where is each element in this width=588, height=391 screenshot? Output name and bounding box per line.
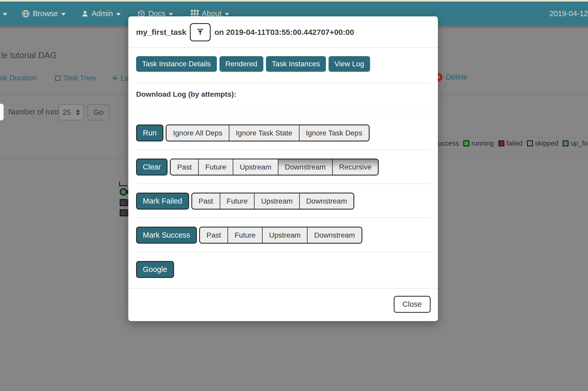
mark-failed-future-toggle[interactable]: Future	[220, 193, 254, 209]
legend-swatch-skipped	[527, 140, 533, 146]
tab-label: sk Duration	[0, 74, 37, 82]
delete-label: Delete	[446, 73, 467, 81]
mark-failed-button[interactable]: Mark Failed	[136, 193, 189, 210]
clear-recursive-toggle[interactable]: Recursive	[332, 159, 378, 175]
view-log-button[interactable]: View Log	[329, 56, 370, 72]
go-button[interactable]: Go	[88, 104, 109, 120]
legend-swatch-running	[463, 140, 469, 146]
filter-icon	[196, 29, 204, 36]
task-instance-square[interactable]	[120, 199, 127, 206]
legend-swatch-failed	[498, 140, 504, 146]
run-options-group: Ignore All Deps Ignore Task State Ignore…	[166, 125, 370, 141]
divider	[136, 107, 430, 108]
tab-label: Task Tries	[63, 74, 96, 82]
google-button[interactable]: Google	[136, 261, 174, 278]
nav-label-browse: Browse	[33, 9, 58, 18]
tab-landing-times[interactable]: ✈ La	[112, 74, 129, 83]
tab-task-tries[interactable]: Task Tries	[55, 74, 96, 82]
chevron-down-icon	[169, 13, 173, 16]
rendered-button[interactable]: Rendered	[219, 56, 263, 72]
legend-label: uccess	[438, 139, 459, 147]
chevron-down-icon	[61, 13, 66, 16]
chevron-down-icon	[116, 13, 121, 16]
clear-future-toggle[interactable]: Future	[198, 159, 233, 175]
google-row: Google	[136, 261, 430, 278]
legend-label: failed	[506, 139, 523, 147]
ignore-task-deps-toggle[interactable]: Ignore Task Deps	[299, 125, 369, 141]
task-instances-button[interactable]: Task Instances	[266, 56, 326, 72]
modal-title-task: my_first_task	[136, 28, 186, 37]
dag-run-circle[interactable]	[120, 188, 127, 196]
clear-button[interactable]: Clear	[136, 159, 168, 175]
nav-label-admin: Admin	[92, 9, 113, 18]
number-of-runs-label: Number of runs:	[8, 108, 62, 116]
navbar-date: 2019-04-12,	[550, 9, 588, 18]
clear-options-group: Past Future Upstream Downstream Recursiv…	[170, 159, 379, 175]
mark-success-future-toggle[interactable]: Future	[228, 227, 262, 243]
legend-label: skipped	[535, 139, 558, 147]
task-instance-details-button[interactable]: Task Instance Details	[136, 56, 217, 72]
modal-nav-buttons: Task Instance Details Rendered Task Inst…	[136, 56, 430, 72]
divider	[136, 83, 430, 83]
modal-footer: Close	[128, 288, 438, 321]
legend-item-running: running	[463, 139, 494, 147]
user-icon	[81, 10, 89, 17]
mark-failed-downstream-toggle[interactable]: Downstream	[299, 193, 353, 209]
chevron-down-icon	[225, 13, 229, 16]
ignore-task-state-toggle[interactable]: Ignore Task State	[229, 125, 299, 141]
download-log-label: Download Log (by attempts):	[136, 90, 430, 99]
mark-failed-past-toggle[interactable]: Past	[192, 193, 220, 209]
legend-item-up-for-reschedule: up_for_resche	[563, 139, 588, 147]
divider	[136, 252, 430, 252]
dag-subtitle: le tutorial DAG	[1, 50, 57, 60]
legend-item-success: uccess	[438, 139, 459, 147]
task-instance-modal: my_first_task on 2019-04-11T03:55:00.442…	[128, 16, 438, 321]
divider	[136, 149, 430, 150]
run-row: Run Ignore All Deps Ignore Task State Ig…	[136, 125, 430, 141]
tree-connector-line	[119, 185, 128, 186]
select-spinner-icon	[76, 109, 80, 115]
delete-dag-link[interactable]: ✕ Delete	[434, 73, 467, 81]
mark-success-row: Mark Success Past Future Upstream Downst…	[136, 227, 430, 244]
mark-failed-row: Mark Failed Past Future Upstream Downstr…	[136, 193, 430, 210]
tab-task-duration[interactable]: sk Duration	[0, 74, 37, 82]
mark-failed-upstream-toggle[interactable]: Upstream	[254, 193, 299, 209]
clear-downstream-toggle[interactable]: Downstream	[278, 159, 332, 175]
mark-success-button[interactable]: Mark Success	[136, 227, 197, 244]
ignore-all-deps-toggle[interactable]: Ignore All Deps	[166, 125, 229, 141]
modal-title-date: on 2019-04-11T03:55:00.442707+00:00	[214, 28, 354, 37]
square-icon	[55, 75, 61, 81]
nav-overflow-caret-icon[interactable]	[3, 13, 7, 16]
legend-swatch-up-for-reschedule	[563, 140, 569, 146]
divider	[136, 217, 430, 218]
go-label: Go	[93, 108, 104, 117]
mark-success-options-group: Past Future Upstream Downstream	[199, 227, 362, 244]
modal-header: my_first_task on 2019-04-11T03:55:00.442…	[128, 16, 438, 48]
mark-success-past-toggle[interactable]: Past	[200, 227, 228, 243]
divider	[136, 116, 430, 116]
plane-icon: ✈	[112, 74, 118, 83]
status-legend: uccess running failed skipped up_for_res…	[438, 139, 588, 147]
globe-icon	[22, 10, 30, 18]
clear-past-toggle[interactable]: Past	[171, 159, 198, 175]
legend-item-skipped: skipped	[527, 139, 558, 147]
mark-success-upstream-toggle[interactable]: Upstream	[262, 227, 307, 243]
close-button[interactable]: Close	[394, 296, 431, 313]
divider	[136, 184, 430, 184]
mark-success-downstream-toggle[interactable]: Downstream	[307, 227, 361, 243]
legend-item-failed: failed	[498, 139, 523, 147]
runs-count-select[interactable]: 25	[58, 104, 84, 120]
task-instance-square[interactable]	[120, 209, 127, 216]
modal-body: Task Instance Details Rendered Task Inst…	[128, 48, 438, 288]
clear-row: Clear Past Future Upstream Downstream Re…	[136, 159, 430, 175]
runs-count-value: 25	[63, 108, 72, 117]
run-button[interactable]: Run	[136, 125, 163, 141]
legend-label: running	[471, 139, 494, 147]
clear-upstream-toggle[interactable]: Upstream	[233, 159, 278, 175]
nav-item-admin[interactable]: Admin	[81, 9, 121, 18]
tab-label: La	[121, 74, 129, 83]
legend-label: up_for_resche	[571, 139, 588, 147]
cropped-left-button[interactable]	[0, 104, 4, 120]
filter-button[interactable]	[190, 23, 211, 41]
nav-item-browse[interactable]: Browse	[22, 9, 66, 18]
